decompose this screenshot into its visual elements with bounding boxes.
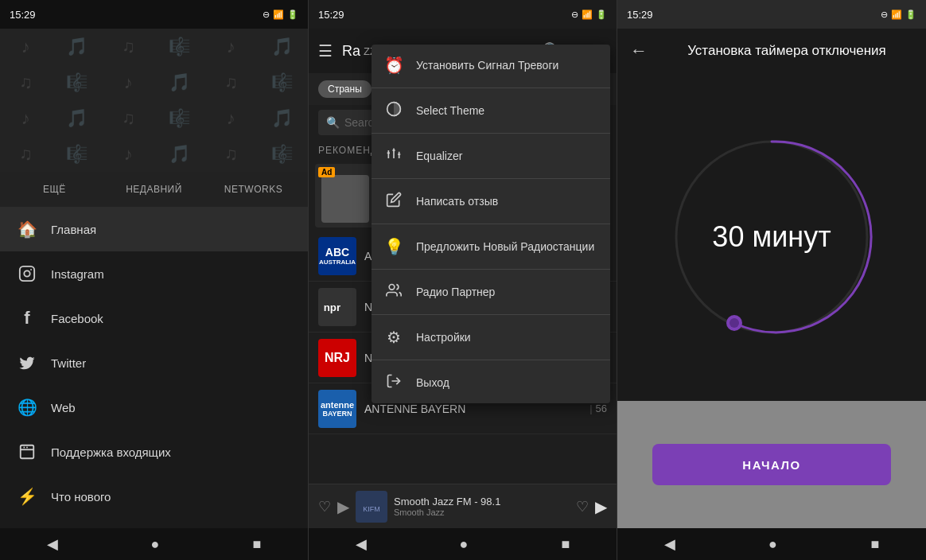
now-playing-bar: ♡ ▶ KIFM Smooth Jazz FM - 98.1 Smooth Ja… [309,484,617,528]
now-playing-info: Smooth Jazz FM - 98.1 Smooth Jazz [394,496,570,517]
timer-title: Установка таймера отключения [660,43,913,59]
home-btn-1[interactable]: ● [135,533,176,556]
note-20: 🎼 [52,136,103,172]
npr-logo: npr [318,288,356,326]
menu-item-partner[interactable]: Радио Партнер [372,271,610,313]
ad-badge: Ad [318,167,335,177]
ad-thumbnail [321,175,369,223]
note-21: ♪ [103,136,154,172]
smooth-jazz-logo: KIFM [356,491,387,523]
nrj-logo: NRJ [318,339,356,377]
home-icon: 🏠 [16,218,38,240]
note-9: ♪ [103,64,154,100]
timer-back-button[interactable]: ← [630,41,648,61]
tab-networks[interactable]: Networks [205,177,302,201]
note-13: ♪ [0,100,52,136]
menu-label-suggest: Предложить Новый Радиостанции [416,240,594,253]
partner-icon [384,282,403,302]
menu-item-review[interactable]: Написать отзыв [372,181,610,222]
status-icon-2: ⊖ [571,10,578,20]
antenne-logo: antenne BAYERN [318,390,356,428]
nav-label-twitter: Twitter [51,356,86,370]
back-btn-1[interactable]: ◀ [31,532,74,556]
square-btn-2[interactable]: ■ [546,533,586,556]
menu-divider-5 [372,269,610,270]
timer-minutes: 30 минут [712,220,831,254]
tab-eshche[interactable]: ЕЩЁ [6,177,103,201]
menu-hamburger-icon[interactable]: ☰ [318,41,333,60]
status-icon-1: ⊖ [263,10,270,20]
svg-point-5 [26,447,28,449]
filter-countries[interactable]: Страны [318,80,372,98]
nav-item-facebook[interactable]: f Facebook [0,296,308,340]
note-6: 🎵 [257,29,309,64]
twitter-icon [16,352,38,374]
note-5: ♪ [205,29,257,64]
square-btn-1[interactable]: ■ [237,533,278,556]
menu-item-equalizer[interactable]: Equalizer [372,135,610,177]
timer-circle-area: 30 минут [617,73,926,401]
timer-bottom: НАЧАЛО [617,401,926,528]
nav-label-facebook: Facebook [51,312,103,325]
status-time-1: 15:29 [10,9,36,21]
whatsnew-icon: ⚡ [16,485,38,508]
menu-divider-6 [372,314,610,315]
heart-icon-right[interactable]: ♡ [576,498,589,515]
back-btn-2[interactable]: ◀ [340,532,383,556]
nav-item-whatsnew[interactable]: ⚡ Что нового [0,474,308,519]
status-bar-3: 15:29 ⊖ 📶 🔋 [617,0,926,29]
note-12: 🎼 [257,64,309,100]
play-icon-left[interactable]: ▶ [337,497,349,516]
nav-label-instagram: Instagram [51,267,104,281]
svg-point-2 [30,269,32,270]
status-icons-2: ⊖ 📶 🔋 [571,10,607,20]
home-btn-3[interactable]: ● [753,533,793,556]
exit-icon [384,373,403,393]
menu-label-partner: Радио Партнер [416,286,495,298]
play-icon-right[interactable]: ▶ [595,497,607,516]
start-button[interactable]: НАЧАЛО [652,444,891,485]
status-icons-1: ⊖ 📶 🔋 [263,10,298,20]
menu-label-theme: Select Theme [416,104,484,117]
menu-item-settings[interactable]: ⚙ Настройки [372,317,610,358]
np-title: Smooth Jazz FM - 98.1 [394,496,570,508]
review-icon [384,192,403,212]
sidebar-panel: 15:29 ⊖ 📶 🔋 ♪ 🎵 ♫ 🎼 ♪ 🎵 ♫ 🎼 ♪ 🎵 ♫ 🎼 ♪ 🎵 … [0,0,309,560]
menu-item-alarm[interactable]: ⏰ Установить Сигнал Тревоги [372,45,610,86]
menu-divider-7 [372,360,610,360]
home-btn-2[interactable]: ● [444,533,484,556]
svg-point-4 [23,447,25,449]
status-bar-2: 15:29 ⊖ 📶 🔋 [309,0,617,29]
abc-logo: ABC AUSTRALIA [318,237,356,275]
signal-icon-3: 📶 [891,10,902,20]
nav-item-web[interactable]: 🌐 Web [0,385,308,430]
tab-recent[interactable]: НЕДАВНИЙ [106,177,202,201]
svg-point-21 [389,284,395,290]
note-7: ♫ [0,64,52,100]
nav-item-instagram[interactable]: Instagram [0,251,308,296]
search-icon-sm: 🔍 [326,116,340,129]
nav-item-twitter[interactable]: Twitter [0,340,308,385]
nav-item-inbox[interactable]: Поддержка входящих [0,430,308,474]
square-btn-3[interactable]: ■ [854,533,895,556]
heart-icon-left[interactable]: ♡ [318,498,331,515]
menu-item-suggest[interactable]: 💡 Предложить Новый Радиостанции [372,226,610,267]
music-bg: ♪ 🎵 ♫ 🎼 ♪ 🎵 ♫ 🎼 ♪ 🎵 ♫ 🎼 ♪ 🎵 ♫ 🎼 ♪ 🎵 ♫ 🎼 … [0,29,308,172]
status-time-2: 15:29 [318,9,344,21]
menu-divider-1 [372,88,610,88]
battery-icon-3: 🔋 [905,10,916,20]
menu-item-exit[interactable]: Выход [372,362,610,403]
timer-svg-wrap[interactable]: 30 минут [660,126,883,348]
menu-label-equalizer: Equalizer [416,150,462,162]
svg-text:npr: npr [324,301,340,313]
battery-icon-2: 🔋 [596,10,607,20]
nav-item-home[interactable]: 🏠 Главная [0,207,308,251]
menu-item-theme[interactable]: Select Theme [372,90,610,131]
alarm-icon: ⏰ [384,56,403,75]
status-icon-3: ⊖ [881,10,888,20]
back-btn-3[interactable]: ◀ [648,532,691,556]
nav-item-share[interactable]: Доля [0,519,308,528]
note-14: 🎵 [52,100,103,136]
suggest-icon: 💡 [384,237,403,256]
note-22: 🎵 [154,136,206,172]
